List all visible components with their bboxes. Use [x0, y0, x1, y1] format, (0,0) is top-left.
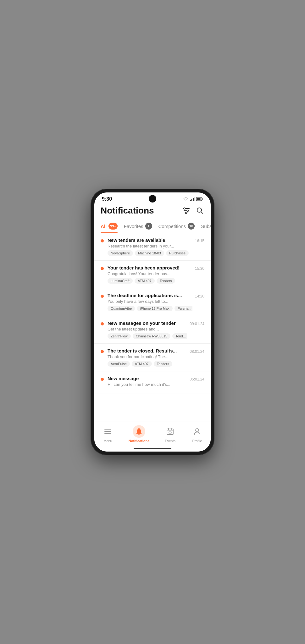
nav-item-notifications[interactable]: Notifications	[124, 424, 155, 444]
notification-body: You only have a few days left to...	[108, 299, 192, 304]
tag: Tenders	[157, 278, 175, 284]
filter-button[interactable]	[182, 206, 191, 215]
search-button[interactable]	[196, 206, 204, 215]
notification-content: New messages on your tender Get the late…	[108, 320, 187, 339]
notification-body: Thank you for participating! The...	[108, 354, 187, 359]
unread-dot	[101, 295, 104, 298]
notification-item[interactable]: The tender is closed. Results... Thank y…	[94, 344, 211, 371]
notification-item[interactable]: New tenders are available! Research the …	[94, 233, 211, 261]
notification-meta: 16:15	[192, 237, 204, 243]
notification-time: 16:15	[195, 239, 204, 243]
unread-dot	[101, 378, 104, 381]
tag: LuminaCraft	[108, 278, 133, 284]
tag: Chainsaw RW00315	[133, 333, 170, 339]
wifi-icon	[183, 197, 189, 201]
notification-title: New tenders are available!	[108, 237, 192, 243]
notification-tags: ZenithFlow Chainsaw RW00315 Tend...	[108, 333, 187, 339]
events-icon-wrap	[164, 425, 176, 438]
signal-icon	[190, 197, 195, 201]
tab-all-badge: 99+	[108, 223, 118, 230]
notification-title: The tender is closed. Results...	[108, 348, 187, 353]
svg-rect-1	[191, 199, 192, 201]
notification-time: 14:20	[195, 294, 204, 298]
notification-body: Congratulations! Your tender has...	[108, 271, 192, 276]
page-header: Notifications	[94, 203, 211, 219]
tag: NovaSphere	[108, 250, 133, 256]
svg-rect-21	[169, 432, 171, 433]
header-actions	[182, 206, 204, 215]
svg-rect-0	[190, 200, 191, 201]
notification-content: The deadline for applications is... You …	[108, 293, 192, 311]
nav-menu-label: Menu	[103, 439, 112, 443]
unread-dot	[101, 350, 104, 353]
tag: iPhone 15 Pro Max	[137, 306, 173, 311]
status-icons	[183, 197, 203, 201]
notification-time: 08:01.24	[190, 349, 204, 354]
tab-subscriptions[interactable]: Subsc...	[201, 219, 211, 233]
profile-icon-wrap	[191, 425, 203, 438]
notifications-list: New tenders are available! Research the …	[94, 233, 211, 421]
notification-meta: 15:30	[192, 265, 204, 271]
nav-events-label: Events	[165, 439, 175, 443]
page-title: Notifications	[101, 206, 154, 216]
tag: QuantumVibe	[108, 306, 135, 311]
battery-icon	[196, 197, 203, 201]
phone-frame: 9:30	[91, 189, 214, 455]
notification-title: Your tender has been approved!	[108, 265, 192, 270]
notifications-icon-wrap	[133, 425, 145, 438]
filter-icon	[182, 207, 190, 214]
notification-content: New message Hi, can you tell me how much…	[108, 376, 187, 389]
tag: AeroPulse	[108, 361, 130, 367]
notification-content: The tender is closed. Results... Thank y…	[108, 348, 187, 367]
menu-icon	[104, 428, 112, 435]
nav-notifications-label: Notifications	[129, 439, 150, 443]
notification-meta: 14:20	[192, 293, 204, 298]
profile-icon	[194, 428, 201, 435]
notification-title: New message	[108, 376, 187, 381]
notification-tags: AeroPulse ATM 407 Tenders	[108, 361, 187, 367]
nav-profile-label: Profile	[192, 439, 202, 443]
notification-content: Your tender has been approved! Congratul…	[108, 265, 192, 284]
notification-item[interactable]: Your tender has been approved! Congratul…	[94, 261, 211, 288]
tag: Purcha...	[175, 306, 192, 311]
notification-content: New tenders are available! Research the …	[108, 237, 192, 256]
notification-body: Research the latest tenders in your...	[108, 244, 192, 248]
tab-competitions-label: Competitions	[158, 224, 186, 229]
svg-point-22	[196, 429, 199, 432]
calendar-icon	[167, 428, 174, 435]
notification-item[interactable]: New message Hi, can you tell me how much…	[94, 371, 211, 393]
tag: ZenithFlow	[108, 333, 131, 339]
unread-dot	[101, 239, 104, 242]
notification-item[interactable]: New messages on your tender Get the late…	[94, 316, 211, 344]
notification-body: Get the latest updates and...	[108, 327, 187, 331]
tabs-bar: All 99+ Favorites 1 Competitions 10 Subs…	[94, 219, 211, 233]
nav-item-events[interactable]: Events	[159, 424, 181, 444]
svg-point-9	[184, 208, 186, 209]
notification-meta: 09:01.24	[187, 320, 204, 326]
tab-favorites[interactable]: Favorites 1	[124, 219, 152, 233]
svg-point-11	[186, 212, 187, 214]
notification-tags: LuminaCraft ATM 407 Tenders	[108, 278, 192, 284]
tab-all[interactable]: All 99+	[101, 219, 118, 233]
notification-title: The deadline for applications is...	[108, 293, 192, 298]
notification-title: New messages on your tender	[108, 320, 187, 326]
svg-rect-2	[193, 198, 194, 201]
notification-item[interactable]: The deadline for applications is... You …	[94, 288, 211, 316]
notification-tags: QuantumVibe iPhone 15 Pro Max Purcha...	[108, 306, 192, 311]
svg-point-10	[187, 210, 189, 212]
svg-rect-5	[197, 198, 201, 200]
notification-meta: 05:01.24	[187, 376, 204, 381]
nav-item-menu[interactable]: Menu	[97, 424, 119, 444]
tab-favorites-label: Favorites	[124, 224, 143, 229]
tag: Purchases	[166, 250, 189, 256]
tab-competitions-badge: 10	[188, 223, 195, 230]
svg-rect-3	[194, 197, 195, 201]
bottom-nav: Menu Notifications	[94, 421, 211, 445]
unread-dot	[101, 322, 104, 325]
notification-meta: 08:01.24	[187, 348, 204, 354]
tag: ATM 407	[135, 278, 155, 284]
tab-competitions[interactable]: Competitions 10	[158, 219, 195, 233]
nav-item-profile[interactable]: Profile	[186, 424, 208, 444]
notification-body: Hi, can you tell me how much it's...	[108, 382, 187, 387]
notification-time: 15:30	[195, 266, 204, 271]
